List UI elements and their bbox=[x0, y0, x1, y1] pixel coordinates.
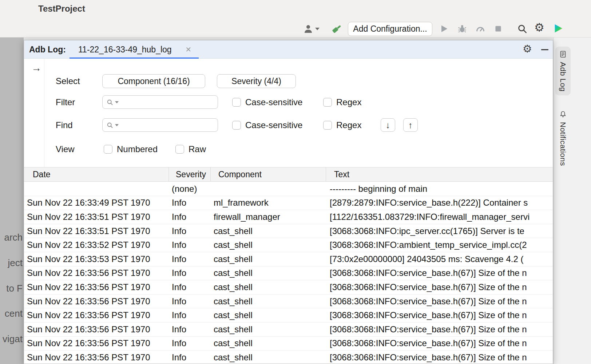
find-input[interactable] bbox=[120, 121, 218, 130]
play-store-icon bbox=[552, 23, 564, 34]
checkbox-box[interactable] bbox=[104, 145, 112, 154]
close-icon[interactable]: ✕ bbox=[185, 45, 191, 54]
cell-text: --------- beginning of main bbox=[326, 182, 553, 196]
checkbox-box[interactable] bbox=[323, 98, 332, 107]
cell-severity: Info bbox=[169, 266, 211, 280]
settings-button[interactable]: ⚙ bbox=[534, 22, 544, 33]
log-file-icon bbox=[559, 50, 567, 58]
table-header: Date Severity Component Text bbox=[24, 167, 553, 182]
cell-date: Sun Nov 22 16:33:56 PST 1970 bbox=[24, 337, 169, 351]
profiler-button[interactable] bbox=[475, 24, 485, 34]
search-history-chevron-icon[interactable] bbox=[115, 101, 119, 103]
table-row[interactable]: Sun Nov 22 16:33:56 PST 1970 Info cast_s… bbox=[24, 337, 553, 351]
column-header-component[interactable]: Component bbox=[211, 167, 326, 181]
table-row[interactable]: Sun Nov 22 16:33:53 PST 1970 Info cast_s… bbox=[24, 252, 553, 266]
background-text-fragment: cent bbox=[5, 308, 23, 319]
raw-checkbox[interactable]: Raw bbox=[175, 142, 206, 156]
panel-header: Adb Log: 11-22_16-33-49_hub_log ✕ ⚙ bbox=[24, 40, 553, 59]
checkbox-label: Regex bbox=[336, 97, 361, 107]
build-button[interactable] bbox=[331, 23, 343, 35]
find-previous-button[interactable]: ↑ bbox=[403, 118, 418, 132]
table-row[interactable]: Sun Nov 22 16:33:56 PST 1970 Info cast_s… bbox=[24, 351, 553, 364]
table-body: (none) --------- beginning of main Sun N… bbox=[24, 182, 553, 364]
background-text-fragment: arch bbox=[4, 232, 23, 243]
component-filter-label: Component (16/16) bbox=[118, 76, 190, 86]
filter-case-sensitive-checkbox[interactable]: Case-sensitive bbox=[232, 95, 302, 109]
checkbox-label: Numbered bbox=[117, 144, 158, 154]
cell-date: Sun Nov 22 16:33:53 PST 1970 bbox=[24, 252, 169, 266]
search-icon bbox=[106, 99, 114, 106]
cell-text: [3068:3068:INFO:service_base.h(67)] Size… bbox=[326, 308, 553, 322]
find-case-sensitive-checkbox[interactable]: Case-sensitive bbox=[232, 118, 302, 132]
column-header-severity[interactable]: Severity bbox=[169, 167, 211, 181]
panel-settings-button[interactable]: ⚙ bbox=[523, 44, 532, 54]
cell-text: [3068:3068:INFO:ambient_temp_service_imp… bbox=[326, 238, 553, 252]
cell-severity: (none) bbox=[169, 182, 211, 196]
table-row[interactable]: Sun Nov 22 16:33:49 PST 1970 Info ml_fra… bbox=[24, 196, 553, 210]
cell-date: Sun Nov 22 16:33:56 PST 1970 bbox=[24, 266, 169, 280]
checkbox-box[interactable] bbox=[323, 121, 332, 130]
search-icon bbox=[517, 23, 528, 34]
component-filter-button[interactable]: Component (16/16) bbox=[102, 74, 205, 88]
table-row[interactable]: Sun Nov 22 16:33:56 PST 1970 Info cast_s… bbox=[24, 266, 553, 281]
column-header-text[interactable]: Text bbox=[326, 167, 553, 181]
cell-component bbox=[211, 182, 326, 196]
window-title: TestProject bbox=[38, 4, 85, 14]
table-row[interactable]: (none) --------- beginning of main bbox=[24, 182, 553, 196]
find-regex-checkbox[interactable]: Regex bbox=[323, 118, 361, 132]
panel-title: Adb Log: bbox=[29, 40, 66, 59]
user-profile-button[interactable] bbox=[303, 23, 320, 34]
adb-log-panel: Adb Log: 11-22_16-33-49_hub_log ✕ ⚙ → Se… bbox=[24, 40, 553, 364]
cell-date: Sun Nov 22 16:33:52 PST 1970 bbox=[24, 238, 169, 252]
search-everywhere-button[interactable] bbox=[517, 23, 528, 34]
cell-severity: Info bbox=[169, 337, 211, 351]
find-next-button[interactable]: ↓ bbox=[381, 118, 395, 132]
bell-icon bbox=[559, 110, 567, 118]
cell-text: [3068:3068:INFO:service_base.h(67)] Size… bbox=[326, 280, 553, 294]
table-row[interactable]: Sun Nov 22 16:33:51 PST 1970 Info cast_s… bbox=[24, 224, 553, 238]
cell-date: Sun Nov 22 16:33:56 PST 1970 bbox=[24, 280, 169, 294]
cell-date: Sun Nov 22 16:33:56 PST 1970 bbox=[24, 351, 169, 364]
toolwindow-tab-notifications[interactable]: Notifications bbox=[555, 107, 571, 170]
cell-severity: Info bbox=[169, 280, 211, 294]
cell-component: cast_shell bbox=[211, 351, 326, 364]
log-tab[interactable]: 11-22_16-33-49_hub_log ✕ bbox=[70, 40, 199, 59]
minimize-icon[interactable] bbox=[541, 49, 548, 50]
checkbox-box[interactable] bbox=[232, 98, 241, 107]
titlebar: TestProject Add Configuration... bbox=[0, 0, 591, 37]
table-row[interactable]: Sun Nov 22 16:33:52 PST 1970 Info cast_s… bbox=[24, 238, 553, 252]
add-configuration-button[interactable]: Add Configuration... bbox=[348, 22, 432, 36]
table-row[interactable]: Sun Nov 22 16:33:56 PST 1970 Info cast_s… bbox=[24, 308, 553, 323]
column-header-date[interactable]: Date bbox=[24, 167, 169, 181]
cell-text: [73:0x2e00000000] 24043505 ms: Scavenge … bbox=[326, 252, 553, 266]
table-row[interactable]: Sun Nov 22 16:33:51 PST 1970 Info firewa… bbox=[24, 210, 553, 224]
table-row[interactable]: Sun Nov 22 16:33:56 PST 1970 Info cast_s… bbox=[24, 294, 553, 309]
checkbox-box[interactable] bbox=[232, 121, 241, 130]
checkbox-box[interactable] bbox=[175, 145, 184, 154]
stop-button[interactable] bbox=[493, 24, 503, 33]
filter-search-field[interactable] bbox=[102, 95, 218, 109]
cell-component: cast_shell bbox=[211, 294, 326, 308]
background-text-fragment: vigat bbox=[3, 333, 23, 345]
play-store-button[interactable] bbox=[552, 23, 564, 34]
numbered-checkbox[interactable]: Numbered bbox=[104, 142, 158, 156]
filter-regex-checkbox[interactable]: Regex bbox=[323, 95, 361, 109]
find-search-field[interactable] bbox=[102, 118, 218, 132]
tool-window-strip: Adb Log Notifications bbox=[553, 37, 591, 364]
background-text-fragment: to F bbox=[6, 283, 23, 294]
run-button[interactable] bbox=[439, 24, 449, 34]
toolwindow-tab-adb-log[interactable]: Adb Log bbox=[555, 47, 571, 95]
cell-component: cast_shell bbox=[211, 266, 326, 280]
collapse-filters-arrow-icon[interactable]: → bbox=[31, 63, 41, 73]
filter-input[interactable] bbox=[120, 98, 218, 107]
severity-filter-button[interactable]: Severity (4/4) bbox=[217, 74, 296, 88]
dimmed-background-strip: arch ject to F cent vigat bbox=[0, 37, 24, 364]
cell-date: Sun Nov 22 16:33:51 PST 1970 bbox=[24, 224, 169, 238]
table-row[interactable]: Sun Nov 22 16:33:56 PST 1970 Info cast_s… bbox=[24, 280, 553, 294]
cell-date: Sun Nov 22 16:33:51 PST 1970 bbox=[24, 210, 169, 224]
settings-gear-icon: ⚙ bbox=[534, 22, 544, 33]
cell-date: Sun Nov 22 16:33:56 PST 1970 bbox=[24, 294, 169, 308]
debug-button[interactable] bbox=[457, 24, 467, 34]
table-row[interactable]: Sun Nov 22 16:33:56 PST 1970 Info cast_s… bbox=[24, 323, 553, 337]
search-history-chevron-icon[interactable] bbox=[115, 124, 119, 126]
